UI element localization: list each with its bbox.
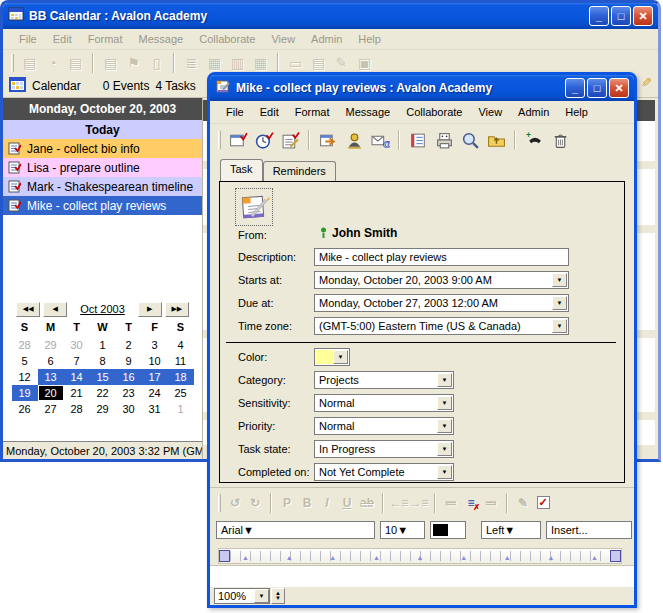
calendar-day[interactable]: 2 bbox=[116, 337, 142, 353]
tab-task[interactable]: Task bbox=[220, 159, 263, 181]
today-bar[interactable]: Today bbox=[3, 120, 202, 139]
dialog-menu-item[interactable]: Edit bbox=[252, 104, 287, 120]
calendar-day[interactable]: 29 bbox=[38, 337, 64, 353]
category-select[interactable]: Projects▼ bbox=[314, 371, 454, 389]
dropdown-arrow-icon[interactable]: ▼ bbox=[437, 396, 452, 410]
tab-stop-marker[interactable]: ▲ bbox=[460, 554, 467, 561]
calendar-day[interactable]: 7 bbox=[64, 353, 90, 369]
calendar-day[interactable]: 17 bbox=[142, 369, 168, 385]
calendar-day[interactable]: 30 bbox=[64, 337, 90, 353]
dropdown-arrow-icon[interactable]: ▼ bbox=[397, 524, 408, 536]
call-icon[interactable]: + bbox=[521, 128, 547, 152]
calendar-day-today[interactable]: 20 bbox=[38, 385, 64, 401]
file-in-folder-icon[interactable] bbox=[483, 128, 509, 152]
tab-stop-marker[interactable]: ▲ bbox=[417, 554, 424, 561]
completed-on-select[interactable]: Not Yet Complete▼ bbox=[314, 463, 454, 481]
task-item-selected[interactable]: Mike - collect play reviews bbox=[3, 196, 202, 215]
next-year-button[interactable]: ▶▶ bbox=[165, 302, 189, 317]
calendar-day[interactable]: 13 bbox=[38, 369, 64, 385]
new-event-icon[interactable] bbox=[225, 128, 251, 152]
dialog-menu-item[interactable]: View bbox=[470, 104, 510, 120]
calendar-day[interactable]: 18 bbox=[168, 369, 194, 385]
dropdown-arrow-icon[interactable]: ▼ bbox=[437, 465, 452, 479]
main-menu-item[interactable]: Edit bbox=[45, 31, 80, 47]
tab-stop-marker[interactable]: ▲ bbox=[286, 554, 293, 561]
calendar-day[interactable]: 24 bbox=[142, 385, 168, 401]
calendar-day[interactable]: 14 bbox=[64, 369, 90, 385]
main-menu-item[interactable]: Admin bbox=[303, 31, 350, 47]
spellcheck-icon[interactable]: ✓ bbox=[533, 493, 553, 513]
dialog-menu-item[interactable]: File bbox=[218, 104, 252, 120]
month-label[interactable]: Oct 2003 bbox=[80, 303, 125, 315]
task-item[interactable]: Mark - Shakespearean timeline bbox=[3, 177, 202, 196]
starts-at-select[interactable]: Monday, October 20, 2003 9:00 AM▼ bbox=[314, 271, 569, 289]
dropdown-arrow-icon[interactable]: ▼ bbox=[552, 296, 567, 310]
calendar-day[interactable]: 5 bbox=[12, 353, 38, 369]
dropdown-arrow-icon[interactable]: ▼ bbox=[437, 373, 452, 387]
calendar-view-icon[interactable] bbox=[9, 77, 26, 95]
calendar-day[interactable]: 9 bbox=[116, 353, 142, 369]
timezone-select[interactable]: (GMT-5:00) Eastern Time (US & Canada)▼ bbox=[314, 317, 569, 335]
dialog-menu-item[interactable]: Collaborate bbox=[398, 104, 470, 120]
dropdown-arrow-icon[interactable]: ▼ bbox=[243, 524, 254, 536]
dialog-menu-item[interactable]: Admin bbox=[510, 104, 557, 120]
view-label[interactable]: Calendar bbox=[32, 79, 81, 93]
dropdown-arrow-icon[interactable]: ▼ bbox=[552, 273, 567, 287]
calendar-day[interactable]: 1 bbox=[90, 337, 116, 353]
dropdown-arrow-icon[interactable]: ▼ bbox=[552, 319, 567, 333]
toolbar-grip[interactable] bbox=[218, 494, 221, 512]
due-at-select[interactable]: Monday, October 27, 2003 12:00 AM▼ bbox=[314, 294, 569, 312]
calendar-day[interactable]: 19 bbox=[12, 385, 38, 401]
dialog-maximize-button[interactable]: □ bbox=[587, 78, 607, 98]
calendar-day[interactable]: 16 bbox=[116, 369, 142, 385]
calendar-day[interactable]: 6 bbox=[38, 353, 64, 369]
main-menu-item[interactable]: Message bbox=[131, 31, 192, 47]
right-margin-marker[interactable] bbox=[610, 550, 621, 562]
calendar-day[interactable]: 23 bbox=[116, 385, 142, 401]
calendar-day[interactable]: 31 bbox=[142, 401, 168, 417]
dropdown-arrow-icon[interactable]: ▼ bbox=[437, 419, 452, 433]
calendar-day[interactable]: 21 bbox=[64, 385, 90, 401]
calendar-day[interactable]: 29 bbox=[90, 401, 116, 417]
zoom-spinner[interactable]: ▲▼ bbox=[271, 588, 285, 604]
memo-icon[interactable] bbox=[405, 128, 431, 152]
new-timed-task-icon[interactable] bbox=[251, 128, 277, 152]
calendar-day[interactable]: 4 bbox=[168, 337, 194, 353]
next-month-button[interactable]: ▶ bbox=[138, 302, 162, 317]
close-button[interactable]: ✕ bbox=[633, 6, 653, 26]
calendar-day[interactable]: 28 bbox=[12, 337, 38, 353]
minimize-button[interactable]: _ bbox=[589, 6, 609, 26]
calendar-day[interactable]: 1 bbox=[168, 401, 194, 417]
main-menu-item[interactable]: File bbox=[11, 31, 45, 47]
tab-stop-marker[interactable]: ▲ bbox=[591, 554, 598, 561]
dropdown-arrow-icon[interactable]: ▼ bbox=[333, 350, 348, 364]
dropdown-arrow-icon[interactable]: ▼ bbox=[504, 524, 515, 536]
edit-pencil-icon[interactable]: ✎ bbox=[641, 75, 652, 90]
sensitivity-select[interactable]: Normal▼ bbox=[314, 394, 454, 412]
task-item[interactable]: Jane - collect bio info bbox=[3, 139, 202, 158]
maximize-button[interactable]: □ bbox=[611, 6, 631, 26]
editor-ruler[interactable]: ▲▲▲▲▲▲▲▲▲ bbox=[218, 548, 622, 564]
dropdown-arrow-icon[interactable]: ▼ bbox=[254, 589, 269, 603]
contact-icon[interactable] bbox=[341, 128, 367, 152]
tab-stop-marker[interactable]: ▲ bbox=[547, 554, 554, 561]
calendar-day[interactable]: 15 bbox=[90, 369, 116, 385]
tab-stop-marker[interactable]: ▲ bbox=[373, 554, 380, 561]
calendar-day[interactable]: 11 bbox=[168, 353, 194, 369]
main-menu-item[interactable]: Collaborate bbox=[191, 31, 263, 47]
calendar-day[interactable]: 10 bbox=[142, 353, 168, 369]
prev-month-button[interactable]: ◀ bbox=[43, 302, 67, 317]
zoom-select[interactable]: 100%▼ bbox=[214, 588, 270, 604]
delete-icon[interactable] bbox=[547, 128, 573, 152]
align-select[interactable]: Left▼ bbox=[481, 521, 541, 539]
calendar-day[interactable]: 22 bbox=[90, 385, 116, 401]
font-color-select[interactable]: ▼ bbox=[430, 521, 466, 539]
task-note-icon[interactable] bbox=[236, 189, 272, 225]
note-editor-area[interactable] bbox=[210, 565, 634, 587]
tab-reminders[interactable]: Reminders bbox=[263, 161, 336, 181]
font-size-select[interactable]: 10▼ bbox=[380, 521, 425, 539]
new-task-icon[interactable] bbox=[277, 128, 303, 152]
calendar-day[interactable]: 27 bbox=[38, 401, 64, 417]
tab-stop-marker[interactable]: ▲ bbox=[329, 554, 336, 561]
toolbar-grip[interactable] bbox=[218, 131, 221, 149]
